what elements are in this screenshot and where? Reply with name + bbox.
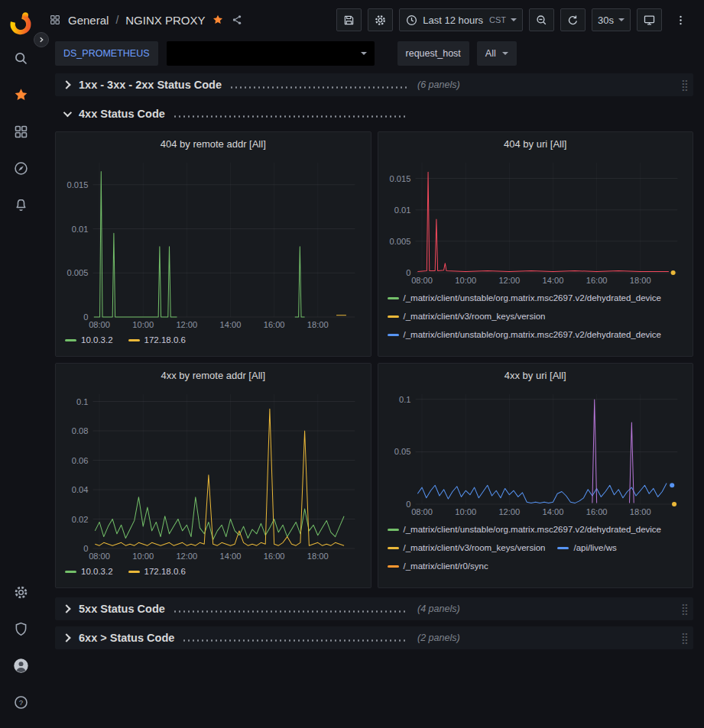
x-axis-tick-label: 12:00 bbox=[498, 507, 520, 516]
row-drag-handle[interactable]: ⣿ bbox=[681, 79, 689, 90]
monitor-icon bbox=[643, 14, 656, 27]
panel-4xx-by-remote-addr: 4xx by remote addr [All] 00.020.040.060.… bbox=[55, 363, 371, 588]
panel-title: 404 by remote addr [All] bbox=[161, 138, 266, 150]
bell-icon bbox=[13, 197, 29, 213]
chevron-right-icon bbox=[37, 35, 46, 44]
more-options-button[interactable] bbox=[668, 8, 693, 31]
apps-grid-icon bbox=[49, 14, 61, 26]
legend-item[interactable]: /_matrix/client/unstable/org.matrix.msc2… bbox=[388, 327, 662, 343]
time-range-picker[interactable]: Last 12 hours CST bbox=[399, 8, 523, 31]
x-axis-tick-label: 14:00 bbox=[220, 552, 242, 561]
sidebar-expand-button[interactable] bbox=[34, 32, 49, 47]
row-panel-count: (6 panels) bbox=[417, 79, 460, 90]
legend-item[interactable]: 172.18.0.6 bbox=[128, 335, 186, 345]
row-drag-handle[interactable]: ⣿ bbox=[681, 633, 689, 643]
y-axis-tick-label: 0.05 bbox=[394, 447, 410, 456]
panel-header[interactable]: 4xx by remote addr [All] bbox=[56, 364, 371, 387]
panel-legend: /_matrix/client/unstable/org.matrix.msc2… bbox=[378, 286, 693, 348]
panel-header[interactable]: 404 by uri [All] bbox=[378, 132, 693, 155]
sidebar-item-explore[interactable] bbox=[2, 150, 39, 186]
legend-item[interactable]: 10.0.3.2 bbox=[65, 335, 113, 345]
grafana-logo[interactable] bbox=[5, 6, 36, 40]
timeseries-chart[interactable]: 00.050.108:0010:0012:0014:0016:0018:00 bbox=[383, 387, 689, 518]
legend-item[interactable]: /api/live/ws bbox=[557, 540, 616, 556]
timeseries-chart[interactable]: 00.020.040.060.080.108:0010:0012:0014:00… bbox=[60, 387, 366, 562]
row-left: 6xx > Status Code bbox=[58, 632, 416, 644]
cycle-view-mode-button[interactable] bbox=[637, 8, 662, 31]
row-drag-handle[interactable]: ⣿ bbox=[681, 603, 689, 614]
legend-label: /_matrix/client/r0/sync bbox=[404, 558, 488, 574]
sidebar-item-alerting[interactable] bbox=[2, 186, 39, 223]
sidebar-item-configuration[interactable] bbox=[2, 574, 39, 610]
dashboard-settings-button[interactable] bbox=[368, 8, 393, 31]
legend-label: 172.18.0.6 bbox=[144, 335, 186, 345]
legend-item[interactable]: /_matrix/client/unstable/org.matrix.msc2… bbox=[388, 522, 662, 538]
legend-swatch bbox=[388, 565, 399, 568]
share-icon[interactable] bbox=[231, 14, 243, 26]
variables-bar: DS_PROMETHEUS request_host All bbox=[41, 40, 704, 72]
legend-swatch bbox=[557, 547, 569, 549]
datasource-select[interactable] bbox=[167, 41, 375, 66]
legend-item[interactable]: /_matrix/client/r0/sync bbox=[388, 558, 488, 574]
zoom-out-button[interactable] bbox=[529, 8, 554, 31]
legend-item[interactable]: /_matrix/client/unstable/org.matrix.msc2… bbox=[388, 290, 662, 306]
gear-icon bbox=[374, 14, 387, 27]
row-left: 4xx Status Code bbox=[58, 108, 416, 120]
timeseries-chart[interactable]: 00.0050.010.01508:0010:0012:0014:0016:00… bbox=[383, 155, 689, 286]
chevron-right-icon bbox=[62, 604, 70, 613]
panel-header[interactable]: 4xx by uri [All] bbox=[378, 364, 693, 387]
clock-icon bbox=[405, 14, 418, 27]
legend-item[interactable]: /_matrix/client/v3/room_keys/version bbox=[388, 309, 546, 325]
breadcrumb-folder[interactable]: General bbox=[68, 14, 109, 27]
compass-icon bbox=[13, 160, 29, 176]
refresh-interval-picker[interactable]: 30s bbox=[592, 8, 631, 31]
refresh-button[interactable] bbox=[560, 8, 586, 31]
sidebar-item-search[interactable] bbox=[2, 40, 39, 76]
panel-header[interactable]: 404 by remote addr [All] bbox=[56, 132, 371, 155]
y-axis-tick-label: 0.08 bbox=[72, 426, 89, 435]
timeseries-chart[interactable]: 00.0050.010.01508:0010:0012:0014:0016:00… bbox=[60, 155, 366, 331]
sidebar-item-starred[interactable] bbox=[2, 76, 39, 113]
row-title: 1xx - 3xx - 2xx Status Code bbox=[79, 79, 222, 91]
legend-label: /_matrix/client/unstable/org.matrix.msc2… bbox=[404, 290, 662, 306]
x-axis-tick-label: 12:00 bbox=[176, 552, 197, 561]
y-axis-tick-label: 0.005 bbox=[389, 237, 410, 246]
main-area: General / NGINX PROXY Last bbox=[41, 0, 704, 728]
legend-item[interactable]: /_matrix/client/v3/room_keys/version bbox=[388, 540, 546, 556]
panel-legend: 10.0.3.2172.18.0.6 bbox=[56, 331, 371, 351]
legend-item[interactable]: /_matrix/client/unstable/org.matrix.msc2… bbox=[388, 577, 662, 579]
x-axis-tick-label: 14:00 bbox=[542, 276, 563, 285]
row-title: 5xx Status Code bbox=[79, 603, 165, 615]
row-panel-count: (4 panels) bbox=[417, 603, 460, 614]
chevron-down-icon bbox=[361, 52, 367, 55]
y-axis-tick-label: 0 bbox=[406, 500, 410, 509]
chevron-down-icon bbox=[511, 18, 517, 21]
sidebar-item-dashboards[interactable] bbox=[2, 113, 39, 150]
legend-label: /api/live/ws bbox=[573, 540, 616, 556]
sidebar-item-help[interactable]: ? bbox=[2, 684, 39, 720]
row-header-1xx[interactable]: 1xx - 3xx - 2xx Status Code (6 panels) ⣿ bbox=[55, 73, 693, 96]
request-host-select[interactable]: All bbox=[477, 41, 517, 66]
row-header-4xx[interactable]: 4xx Status Code bbox=[55, 102, 693, 125]
apps-grid-icon bbox=[13, 124, 29, 140]
legend-label: /_matrix/client/unstable/org.matrix.msc2… bbox=[404, 327, 662, 343]
legend-item[interactable]: /sw.js bbox=[557, 345, 595, 348]
zoom-out-icon bbox=[535, 14, 548, 27]
panel-legend: 10.0.3.2172.18.0.6 bbox=[56, 562, 371, 582]
x-axis-tick-label: 16:00 bbox=[586, 507, 607, 516]
legend-item[interactable]: 10.0.3.2 bbox=[65, 567, 113, 576]
sidebar-item-server-admin[interactable] bbox=[2, 610, 39, 647]
legend-label: 10.0.3.2 bbox=[81, 567, 113, 576]
row-header-5xx[interactable]: 5xx Status Code (4 panels) ⣿ bbox=[55, 597, 693, 620]
legend-item[interactable]: 172.18.0.6 bbox=[128, 567, 186, 576]
kebab-menu-icon bbox=[674, 14, 687, 27]
sidebar-item-profile[interactable] bbox=[2, 647, 39, 684]
legend-item[interactable]: /_matrix/client/v3/room_keys/version bbox=[388, 345, 546, 348]
row-dots-leader bbox=[173, 115, 408, 118]
favorite-star-icon[interactable] bbox=[212, 14, 224, 26]
datasource-label-text: DS_PROMETHEUS bbox=[63, 48, 150, 59]
y-axis-tick-label: 0 bbox=[83, 544, 88, 553]
series-line bbox=[95, 497, 344, 540]
row-header-6xx[interactable]: 6xx > Status Code (2 panels) ⣿ bbox=[55, 626, 693, 649]
save-dashboard-button[interactable] bbox=[336, 8, 362, 31]
